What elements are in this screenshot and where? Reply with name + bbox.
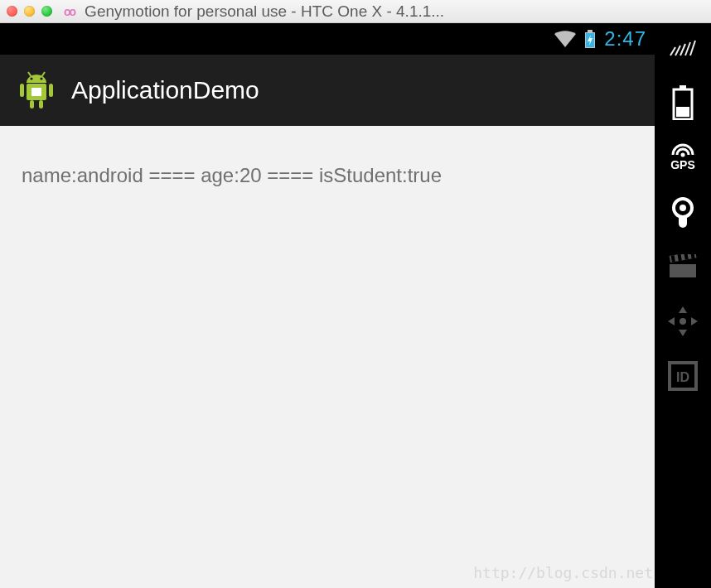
window-title: Genymotion for personal use - HTC One X … xyxy=(85,2,704,21)
app-title: ApplicationDemo xyxy=(71,76,259,104)
battery-button[interactable] xyxy=(663,83,703,123)
svg-point-10 xyxy=(30,77,32,80)
svg-rect-20 xyxy=(676,107,689,117)
svg-line-14 xyxy=(675,46,680,55)
svg-line-9 xyxy=(41,72,45,77)
svg-rect-0 xyxy=(588,30,592,32)
svg-rect-12 xyxy=(31,88,41,96)
traffic-lights xyxy=(7,6,52,17)
svg-rect-24 xyxy=(670,264,696,277)
volume-button[interactable] xyxy=(663,28,703,68)
svg-point-21 xyxy=(681,153,685,157)
android-icon xyxy=(18,70,55,110)
mac-titlebar: oo Genymotion for personal use - HTC One… xyxy=(0,0,711,23)
content-text: name:android ==== age:20 ==== isStudent:… xyxy=(22,164,442,186)
emulator-shell: 2:47 xyxy=(0,23,711,588)
svg-point-11 xyxy=(40,77,42,80)
clapperboard-button[interactable] xyxy=(663,247,703,287)
android-status-bar[interactable]: 2:47 xyxy=(0,23,655,55)
svg-line-15 xyxy=(680,44,685,55)
identifier-button[interactable]: ID xyxy=(663,356,703,396)
camera-button[interactable] xyxy=(663,192,703,232)
window-close-button[interactable] xyxy=(7,6,17,17)
emulator-side-toolbar: GPS xyxy=(655,23,711,588)
app-content: name:android ==== age:20 ==== isStudent:… xyxy=(0,126,655,588)
battery-charging-icon xyxy=(584,30,596,48)
gps-label: GPS xyxy=(670,158,695,171)
app-action-bar: ApplicationDemo xyxy=(0,55,655,126)
dpad-button[interactable] xyxy=(663,301,703,341)
svg-rect-6 xyxy=(30,100,34,108)
svg-point-30 xyxy=(680,318,686,325)
device-pane: 2:47 xyxy=(0,23,655,588)
genymotion-glyph-icon: oo xyxy=(64,5,75,18)
svg-line-17 xyxy=(690,41,695,55)
svg-line-8 xyxy=(28,72,31,77)
wifi-icon xyxy=(554,31,576,47)
window-zoom-button[interactable] xyxy=(41,6,52,17)
status-clock: 2:47 xyxy=(604,27,646,51)
svg-line-13 xyxy=(670,47,675,55)
svg-rect-7 xyxy=(39,100,43,108)
gps-button[interactable]: GPS xyxy=(663,137,703,177)
window-minimize-button[interactable] xyxy=(24,6,35,17)
svg-rect-5 xyxy=(49,84,53,97)
svg-rect-4 xyxy=(20,84,24,97)
id-label: ID xyxy=(676,370,689,384)
svg-point-23 xyxy=(680,205,686,211)
